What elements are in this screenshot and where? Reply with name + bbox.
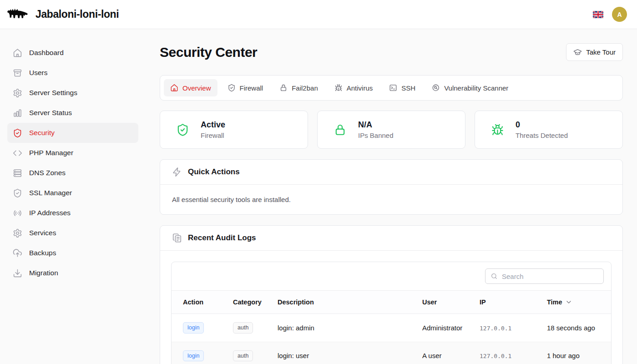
stat-card-ips-banned: N/AIPs Banned [317,111,465,149]
column-label: User [422,298,437,306]
tab-label: SSH [401,84,415,92]
ip-text: 127.0.0.1 [480,353,511,359]
sidebar-item-users[interactable]: Users [7,63,138,83]
zap-icon [172,167,182,177]
tab-fail2ban[interactable]: Fail2ban [273,79,324,96]
brand[interactable]: Jabaloni-loni-loni [6,5,119,24]
cell-description: login: user [266,342,411,364]
sidebar-item-server-status[interactable]: Server Status [7,103,138,123]
sidebar-item-label: Users [29,69,47,77]
sidebar-item-ssl-manager[interactable]: SSL Manager [7,183,138,203]
column-header-ip: IP [468,291,536,314]
search-input[interactable] [502,273,598,280]
quick-actions-message: All essential security tools are install… [172,196,611,203]
cell-user: A user [411,342,468,364]
shield-check-icon [176,123,189,136]
chevron-down-icon [565,298,572,306]
description-text: login: user [278,352,309,359]
tab-vulnerability-scanner[interactable]: Vulnerability Scanner [425,79,515,96]
sidebar-item-security[interactable]: Security [7,123,138,143]
gear-icon [13,88,22,98]
header-row: ActionCategoryDescriptionUserIPTime [172,291,611,314]
sidebar-item-label: DNS Zones [29,169,66,177]
take-tour-button[interactable]: Take Tour [566,43,623,61]
tab-antivirus[interactable]: Antivirus [328,79,379,96]
sidebar-item-label: Security [29,129,55,137]
tab-label: Overview [182,84,211,92]
sidebar-item-php-manager[interactable]: PHP Manager [7,143,138,163]
tab-firewall[interactable]: Firewall [221,79,270,96]
user-text: Administrator [422,324,462,332]
cloud-upload-icon [13,248,22,258]
cell-action: login [172,342,222,364]
user-text: A user [422,352,442,359]
shield-check-icon [13,128,22,138]
column-header-category: Category [222,291,266,314]
tab-label: Antivirus [347,84,373,92]
tab-overview[interactable]: Overview [164,79,217,96]
shield-check-icon [228,84,236,92]
sidebar-item-ip-addresses[interactable]: IP Addresses [7,203,138,223]
sidebar-item-server-settings[interactable]: Server Settings [7,83,138,103]
audit-table-toolbar [172,262,611,290]
users-drawer-icon [13,68,22,78]
time-text: 18 seconds ago [547,324,595,332]
stat-text: N/AIPs Banned [358,120,394,139]
clipboard-copy-icon [172,233,182,243]
action-badge: login [183,322,204,334]
action-badge: login [183,350,204,362]
download-icon [13,268,22,278]
stat-value: 0 [516,120,568,130]
brand-name: Jabaloni-loni-loni [35,8,119,20]
stat-card-threats-detected: 0Threats Detected [475,111,623,149]
boar-logo-icon [6,5,31,24]
gear-icon [13,228,22,238]
search-icon [490,273,498,280]
take-tour-label: Take Tour [586,48,616,56]
cell-ip: 127.0.0.1 [468,314,536,342]
sidebar-item-label: Server Status [29,109,72,117]
server-stack-icon [13,168,22,178]
sidebar-item-dns-zones[interactable]: DNS Zones [7,163,138,183]
column-label: Description [278,298,314,306]
column-header-user: User [411,291,468,314]
description-text: login: admin [278,324,314,332]
sidebar-item-dashboard[interactable]: Dashboard [7,43,138,63]
bug-icon [491,123,504,136]
tab-ssh[interactable]: SSH [383,79,422,96]
sidebar-item-backups[interactable]: Backups [7,243,138,263]
audit-table: ActionCategoryDescriptionUserIPTime logi… [172,290,611,364]
column-header-time[interactable]: Time [536,291,611,314]
column-label: Action [183,298,203,306]
stat-value: N/A [358,120,394,130]
column-label: IP [480,298,486,306]
time-text: 1 hour ago [547,352,580,359]
sidebar-item-migration[interactable]: Migration [7,263,138,283]
broadcast-icon [13,208,22,218]
cell-user: Administrator [411,314,468,342]
sidebar-item-label: Migration [29,269,58,277]
uk-flag-icon[interactable] [593,11,603,18]
clipboard-copy-icon [172,233,182,243]
avatar[interactable]: A [612,7,627,22]
sidebar-item-label: IP Addresses [29,209,71,217]
lock-icon [279,84,288,92]
sidebar-item-services[interactable]: Services [7,223,138,243]
audit-logs-body: ActionCategoryDescriptionUserIPTime logi… [160,251,622,364]
table-row: loginauthlogin: adminAdministrator127.0.… [172,314,611,342]
sidebar-nav: DashboardUsersServer SettingsServer Stat… [7,43,138,283]
sidebar-item-label: Services [29,229,56,237]
audit-logs-title: Recent Audit Logs [188,233,256,243]
sidebar-item-label: Server Settings [29,89,77,97]
audit-table-head: ActionCategoryDescriptionUserIPTime [172,291,611,314]
graduation-cap-icon [573,48,582,56]
cell-time: 1 hour ago [536,342,611,364]
cell-ip: 127.0.0.1 [468,342,536,364]
quick-actions-card: Quick Actions All essential security too… [160,159,623,215]
layout: DashboardUsersServer SettingsServer Stat… [0,29,637,364]
quick-actions-header: Quick Actions [160,160,622,185]
column-header-action: Action [172,291,222,314]
column-header-description: Description [266,291,411,314]
table-row: loginauthlogin: userA user127.0.0.11 hou… [172,342,611,364]
terminal-icon [389,84,397,92]
